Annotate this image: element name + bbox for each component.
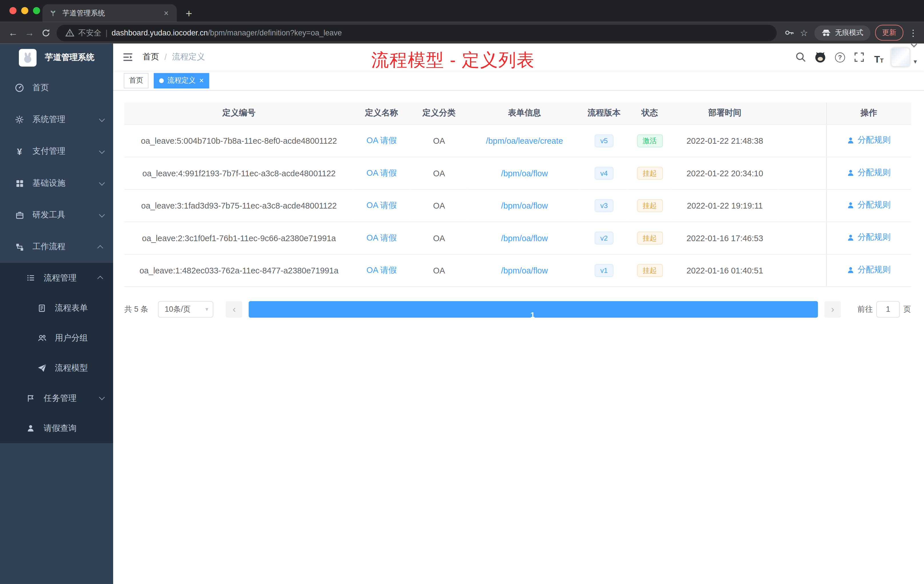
definition-name-link[interactable]: OA 请假 bbox=[366, 233, 396, 242]
font-size-icon[interactable]: TT bbox=[872, 50, 886, 64]
cell-definition-id: oa_leave:3:1fad3d93-7b75-11ec-a3c8-acde4… bbox=[124, 189, 353, 221]
form-link[interactable]: /bpm/oa/flow bbox=[501, 266, 548, 275]
page-unit-label: 页 bbox=[903, 304, 911, 314]
sidebar-item-process-management[interactable]: 流程管理 bbox=[0, 263, 113, 293]
sidebar-item-payment-management[interactable]: ¥ 支付管理 bbox=[0, 135, 113, 167]
sidebar-item-leave-query[interactable]: 请假查询 bbox=[0, 413, 113, 443]
sidebar-item-dev-tools[interactable]: 研发工具 bbox=[0, 199, 113, 231]
incognito-label: 无痕模式 bbox=[835, 28, 863, 38]
address-bar[interactable]: 不安全 | dashboard.yudao.iocoder.cn/bpm/man… bbox=[56, 25, 776, 41]
window-minimize-button[interactable] bbox=[21, 7, 28, 14]
table-row: oa_leave:2:3c1f0ef1-76b1-11ec-9c66-a2380… bbox=[124, 222, 911, 254]
sidebar-item-system-management[interactable]: 系统管理 bbox=[0, 104, 113, 135]
sidebar: 芋道管理系统 首页 系统管理 ¥ 支付管理 bbox=[0, 44, 113, 584]
window-close-button[interactable] bbox=[10, 7, 16, 14]
window-zoom-button[interactable] bbox=[33, 7, 40, 14]
sidebar-item-label: 用户分组 bbox=[55, 333, 103, 343]
reload-icon[interactable] bbox=[38, 28, 54, 38]
table-row: oa_leave:3:1fad3d93-7b75-11ec-a3c8-acde4… bbox=[124, 189, 911, 221]
github-icon[interactable] bbox=[813, 50, 828, 64]
col-status: 状态 bbox=[628, 102, 672, 124]
back-icon[interactable]: ← bbox=[5, 27, 21, 38]
browser-tab[interactable]: 芋道管理系统 × bbox=[43, 4, 177, 22]
definition-name-link[interactable]: OA 请假 bbox=[366, 200, 396, 210]
chevron-down-icon bbox=[99, 211, 105, 217]
fullscreen-icon[interactable] bbox=[852, 50, 866, 64]
caret-down-icon[interactable]: ▾ bbox=[914, 58, 917, 65]
table-header-row: 定义编号 定义名称 定义分类 表单信息 流程版本 状态 部署时间 操作 bbox=[124, 102, 911, 124]
definition-name-link[interactable]: OA 请假 bbox=[366, 135, 396, 145]
breadcrumb-home[interactable]: 首页 bbox=[143, 52, 159, 63]
tab-close-icon[interactable]: × bbox=[162, 8, 171, 18]
version-badge: v5 bbox=[594, 134, 614, 147]
url-separator: | bbox=[106, 28, 107, 37]
tag-label: 流程定义 bbox=[167, 76, 196, 86]
search-icon[interactable] bbox=[794, 50, 808, 64]
form-link[interactable]: /bpm/oa/leave/create bbox=[486, 136, 563, 145]
page-number-button[interactable]: 1 bbox=[249, 301, 818, 317]
cell-definition-id: oa_leave:1:482ec033-762a-11ec-8477-a2380… bbox=[124, 254, 353, 286]
new-tab-button[interactable]: + bbox=[186, 8, 192, 19]
user-group-icon bbox=[37, 333, 46, 343]
workflow-submenu: 流程管理 流程表单 用户分组 bbox=[0, 263, 113, 443]
col-deploy-time: 部署时间 bbox=[672, 102, 778, 124]
sidebar-item-home[interactable]: 首页 bbox=[0, 72, 113, 104]
assign-rule-link[interactable]: 分配规则 bbox=[847, 265, 891, 276]
chevron-down-icon bbox=[99, 180, 105, 185]
form-link[interactable]: /bpm/oa/flow bbox=[501, 201, 548, 210]
update-button[interactable]: 更新 bbox=[875, 25, 903, 41]
hamburger-icon[interactable] bbox=[113, 52, 143, 63]
yen-icon: ¥ bbox=[15, 147, 24, 156]
definition-name-link[interactable]: OA 请假 bbox=[366, 168, 396, 177]
process-form-icon bbox=[37, 303, 46, 313]
cell-filler bbox=[778, 254, 826, 286]
goto-page-input[interactable] bbox=[876, 301, 900, 317]
sidebar-item-infrastructure[interactable]: 基础设施 bbox=[0, 167, 113, 199]
status-badge: 挂起 bbox=[637, 231, 663, 244]
browser-menu-kebab-icon[interactable]: ⋮ bbox=[909, 27, 917, 38]
chevron-down-icon bbox=[99, 116, 105, 122]
assign-rule-link[interactable]: 分配规则 bbox=[847, 167, 891, 178]
key-icon[interactable] bbox=[784, 28, 794, 38]
tag-close-icon[interactable]: × bbox=[199, 77, 204, 84]
cell-deploy-time: 2022-01-22 21:48:38 bbox=[672, 124, 778, 157]
leave-query-user-icon bbox=[26, 424, 35, 433]
page-size-select[interactable]: 10条/页 ▾ bbox=[158, 301, 214, 317]
tag-process-definition[interactable]: 流程定义 × bbox=[154, 73, 209, 88]
next-page-button[interactable]: › bbox=[824, 301, 841, 317]
pagination: 共 5 条 10条/页 ▾ ‹ 1 › 前往 页 bbox=[124, 301, 911, 317]
browser-tab-strip: 芋道管理系统 × + bbox=[0, 0, 924, 22]
assign-rule-link[interactable]: 分配规则 bbox=[847, 135, 891, 146]
definition-name-link[interactable]: OA 请假 bbox=[366, 265, 396, 274]
cell-deploy-time: 2022-01-22 20:34:10 bbox=[672, 157, 778, 189]
form-link[interactable]: /bpm/oa/flow bbox=[501, 168, 548, 178]
chevron-up-icon bbox=[97, 276, 103, 281]
sidebar-item-label: 研发工具 bbox=[32, 210, 91, 220]
cell-category: OA bbox=[409, 254, 468, 286]
incognito-badge: 无痕模式 bbox=[814, 25, 870, 41]
navbar-actions: ? TT ▾ bbox=[794, 48, 924, 66]
url-path: /bpm/manager/definition?key=oa_leave bbox=[208, 28, 342, 37]
sidebar-item-process-model[interactable]: 流程模型 bbox=[0, 353, 113, 383]
prev-page-button[interactable]: ‹ bbox=[226, 301, 243, 317]
workflow-icon bbox=[15, 242, 24, 252]
form-link[interactable]: /bpm/oa/flow bbox=[501, 233, 548, 243]
breadcrumb-current: 流程定义 bbox=[172, 52, 205, 63]
active-dot bbox=[159, 78, 164, 83]
definition-table: 定义编号 定义名称 定义分类 表单信息 流程版本 状态 部署时间 操作 bbox=[124, 102, 911, 287]
assign-rule-link[interactable]: 分配规则 bbox=[847, 232, 891, 243]
sidebar-item-task-management[interactable]: 任务管理 bbox=[0, 383, 113, 413]
help-icon[interactable]: ? bbox=[833, 50, 847, 64]
window-controls bbox=[10, 7, 40, 14]
sidebar-item-workflow[interactable]: 工作流程 bbox=[0, 231, 113, 263]
sidebar-item-label: 支付管理 bbox=[32, 146, 91, 157]
tag-home[interactable]: 首页 bbox=[124, 73, 148, 88]
avatar[interactable] bbox=[891, 48, 910, 66]
assign-rule-link[interactable]: 分配规则 bbox=[847, 200, 891, 211]
forward-icon[interactable]: → bbox=[21, 27, 38, 38]
sidebar-item-label: 请假查询 bbox=[44, 423, 103, 434]
star-icon[interactable]: ☆ bbox=[800, 27, 808, 38]
sidebar-item-user-group[interactable]: 用户分组 bbox=[0, 323, 113, 353]
sidebar-item-process-form[interactable]: 流程表单 bbox=[0, 293, 113, 323]
app-logo bbox=[19, 49, 36, 66]
